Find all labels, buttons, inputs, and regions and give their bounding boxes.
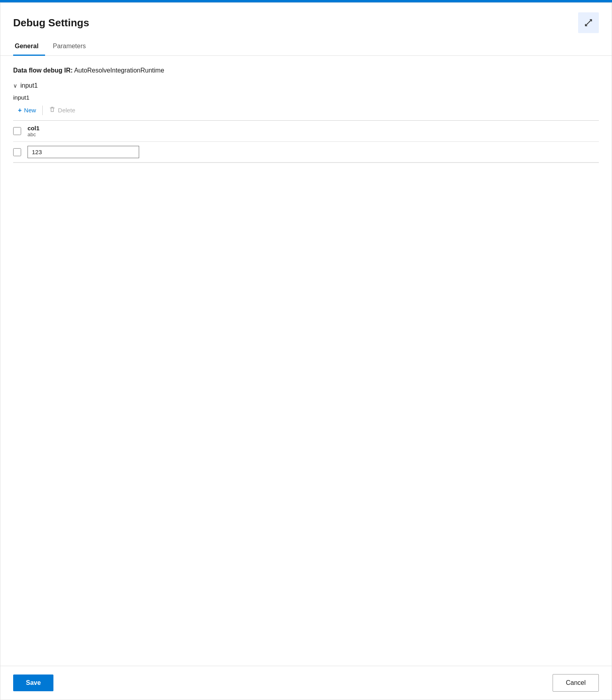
plus-icon: +: [18, 107, 22, 114]
table-area: col1 abc: [13, 121, 599, 163]
section-title: input1: [20, 82, 38, 89]
expand-icon: [584, 18, 593, 27]
dialog-header: Debug Settings: [0, 3, 612, 33]
input1-label: input1: [13, 94, 599, 101]
toolbar: + New Delete: [13, 104, 599, 121]
expand-button[interactable]: [578, 12, 599, 33]
tab-parameters[interactable]: Parameters: [51, 39, 92, 56]
dialog-title: Debug Settings: [13, 17, 89, 29]
col-header-col1: col1 abc: [28, 125, 39, 137]
col1-type: abc: [28, 131, 39, 137]
row-checkbox[interactable]: [13, 148, 21, 156]
cell-input-value[interactable]: [28, 146, 139, 158]
cancel-button[interactable]: Cancel: [553, 674, 599, 692]
ir-info: Data flow debug IR: AutoResolveIntegrati…: [13, 67, 599, 74]
header-checkbox[interactable]: [13, 127, 21, 135]
tabs-container: General Parameters: [0, 33, 612, 56]
save-button[interactable]: Save: [13, 675, 53, 691]
svg-line-0: [588, 20, 592, 23]
ir-label-text: Data flow debug IR:: [13, 67, 73, 74]
table-data-row: [13, 142, 599, 163]
tab-general[interactable]: General: [13, 39, 45, 56]
svg-line-1: [585, 23, 588, 26]
delete-button[interactable]: Delete: [44, 104, 80, 116]
dialog-container: Debug Settings General Parameters Data f…: [0, 2, 612, 700]
table-header-row: col1 abc: [13, 121, 599, 142]
trash-icon: [49, 106, 55, 114]
content-area: Data flow debug IR: AutoResolveIntegrati…: [0, 56, 612, 666]
delete-label: Delete: [58, 107, 75, 114]
section-header[interactable]: ∨ input1: [13, 82, 599, 89]
chevron-down-icon: ∨: [13, 82, 17, 89]
toolbar-divider: [42, 106, 43, 115]
ir-value-text: AutoResolveIntegrationRuntime: [74, 67, 164, 74]
col1-name: col1: [28, 125, 39, 131]
footer: Save Cancel: [0, 666, 612, 700]
new-button[interactable]: + New: [13, 104, 41, 116]
new-label: New: [24, 107, 36, 114]
